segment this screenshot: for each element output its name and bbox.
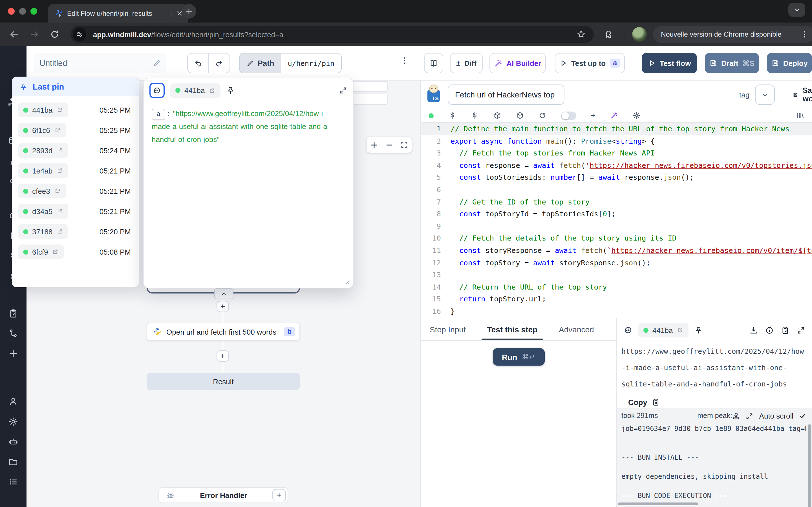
unpin-icon[interactable] (226, 86, 235, 95)
external-link-icon[interactable] (54, 127, 61, 133)
reload-icon[interactable] (50, 29, 60, 40)
result-id-pill[interactable]: 441ba (638, 323, 689, 337)
external-link-icon[interactable] (56, 167, 63, 174)
code-editor[interactable]: 1// Define the main function to fetch th… (421, 123, 812, 318)
variables-icon[interactable] (448, 112, 456, 119)
pin-id-pill[interactable]: 441ba (18, 103, 68, 117)
pin-row[interactable]: d34a5 05:21 PM (12, 201, 139, 221)
result-info-icon[interactable] (765, 326, 774, 334)
external-link-icon[interactable] (56, 228, 63, 235)
code-line[interactable]: 7 // Get the ID of the top story (421, 196, 812, 208)
tab-test-this-step[interactable]: Test this step (486, 318, 539, 340)
expand-logs-icon[interactable] (746, 412, 754, 420)
pin-id-pill[interactable]: 6f1c6 (18, 123, 66, 137)
bookmark-star-icon[interactable] (576, 29, 586, 39)
code-line[interactable]: 1// Define the main function to fetch th… (421, 123, 812, 135)
popup-id-pill[interactable]: 441ba (170, 83, 220, 98)
code-line[interactable]: 8 const topStoryId = topStoriesIds[0]; (421, 208, 812, 220)
auto-scroll-checkbox[interactable] (799, 412, 806, 420)
code-line[interactable]: 2export async function main(): Promise<s… (421, 135, 812, 147)
diff-button[interactable]: ±Diff (450, 53, 483, 73)
edit-pencil-icon[interactable] (153, 59, 161, 67)
test-flow-button[interactable]: Test flow (642, 53, 697, 73)
sidebar-item-workers[interactable] (8, 437, 18, 446)
pin-row[interactable]: 6f1c6 05:25 PM (12, 120, 139, 140)
minimize-window-button[interactable] (19, 8, 26, 15)
zoom-in-icon[interactable] (370, 140, 378, 149)
code-line[interactable]: 10 // Fetch the details of the top story… (421, 232, 812, 244)
tab-overflow-button[interactable] (788, 3, 805, 17)
fit-view-icon[interactable] (400, 141, 408, 149)
download-result-icon[interactable] (749, 326, 758, 334)
editor-settings-icon[interactable] (632, 112, 640, 119)
pin-id-pill[interactable]: cfee3 (18, 184, 66, 198)
sidebar-item-settings-gear[interactable] (8, 417, 18, 427)
test-up-to-button[interactable]: Test up toa (555, 53, 625, 73)
error-handler-node[interactable]: Error Handler (158, 487, 288, 503)
path-button[interactable]: Path u/henri/pin (239, 53, 342, 73)
new-tab-button[interactable] (182, 4, 196, 18)
code-line[interactable]: 14 // Return the URL of the top story (421, 281, 812, 293)
external-link-icon[interactable] (209, 87, 215, 94)
external-link-icon[interactable] (677, 327, 683, 334)
insert-step-button[interactable] (216, 350, 229, 362)
logs-horizontal-scrollbar[interactable] (618, 503, 698, 505)
pin-id-pill[interactable]: 6fcf9 (18, 244, 64, 259)
pin-id-pill[interactable]: d34a5 (18, 204, 68, 219)
pin-row[interactable]: 6fcf9 05:08 PM (12, 242, 139, 262)
copy-button[interactable]: Copy (617, 392, 812, 408)
address-bar[interactable]: app.windmill.dev/flows/edit/u/henri/pin_… (70, 26, 594, 43)
window-controls[interactable] (8, 8, 37, 15)
code-line[interactable]: 11 const storyResponse = await fetch(`ht… (421, 244, 812, 257)
sidebar-item-folders[interactable] (8, 457, 18, 466)
collapse-step-button[interactable] (214, 288, 234, 299)
pin-row[interactable]: cfee3 05:21 PM (12, 181, 139, 201)
site-settings-icon[interactable] (73, 27, 86, 41)
code-line[interactable]: 12 const topStory = await storyResponse.… (421, 257, 812, 269)
back-icon[interactable] (9, 29, 19, 40)
chrome-update-button[interactable]: Nouvelle version de Chrome disponible (653, 26, 812, 43)
code-line[interactable]: 9 (421, 220, 812, 232)
copy-result-icon[interactable] (781, 326, 790, 334)
code-line[interactable]: 16} (421, 305, 812, 318)
external-link-icon[interactable] (56, 107, 63, 113)
run-button[interactable]: Run⌘↵ (493, 348, 545, 365)
external-link-icon[interactable] (52, 248, 59, 255)
reload-icon[interactable] (539, 112, 546, 119)
undo-button[interactable] (187, 53, 209, 73)
profile-avatar[interactable] (632, 27, 647, 42)
redo-button[interactable] (209, 53, 230, 73)
docs-button[interactable] (424, 53, 443, 73)
package-icon[interactable] (516, 112, 524, 119)
result-node[interactable]: Result (147, 373, 300, 390)
pin-id-pill[interactable]: 2893d (18, 143, 68, 158)
zoom-window-button[interactable] (31, 8, 37, 15)
extensions-icon[interactable] (603, 29, 613, 39)
pin-row[interactable]: 441ba 05:25 PM (12, 100, 139, 120)
code-line[interactable]: 13 (421, 269, 812, 281)
save-to-workspace-button[interactable]: Save to workspace (793, 86, 812, 103)
pin-row[interactable]: 1e4ab 05:21 PM (12, 161, 139, 181)
sidebar-item-logs[interactable] (8, 477, 18, 487)
library-icon[interactable] (796, 112, 804, 119)
flow-more-menu-icon[interactable] (400, 56, 409, 65)
expand-popup-icon[interactable] (339, 86, 347, 95)
browser-tab[interactable]: Edit Flow u/henri/pin_results | (48, 4, 188, 22)
code-line[interactable]: 15 return topStory.url; (421, 293, 812, 305)
pin-id-pill[interactable]: 1e4ab (18, 163, 68, 178)
expand-result-icon[interactable] (797, 326, 805, 334)
browser-menu-icon[interactable] (801, 31, 809, 38)
resize-handle-icon[interactable] (343, 278, 350, 285)
download-logs-icon[interactable] (732, 412, 740, 420)
close-window-button[interactable] (8, 8, 15, 15)
external-link-icon[interactable] (54, 187, 61, 194)
forward-icon[interactable] (29, 29, 40, 40)
python-step-node[interactable]: Open url and fetch first 500 words of ..… (147, 323, 300, 341)
sidebar-item-add[interactable] (8, 349, 18, 358)
external-link-icon[interactable] (56, 147, 63, 154)
deploy-button[interactable]: Deploy (767, 53, 812, 73)
code-line[interactable]: 6 (421, 184, 812, 196)
pin-row[interactable]: 2893d 05:24 PM (12, 140, 139, 161)
zoom-out-icon[interactable] (385, 140, 394, 149)
resources-icon[interactable] (471, 112, 479, 119)
